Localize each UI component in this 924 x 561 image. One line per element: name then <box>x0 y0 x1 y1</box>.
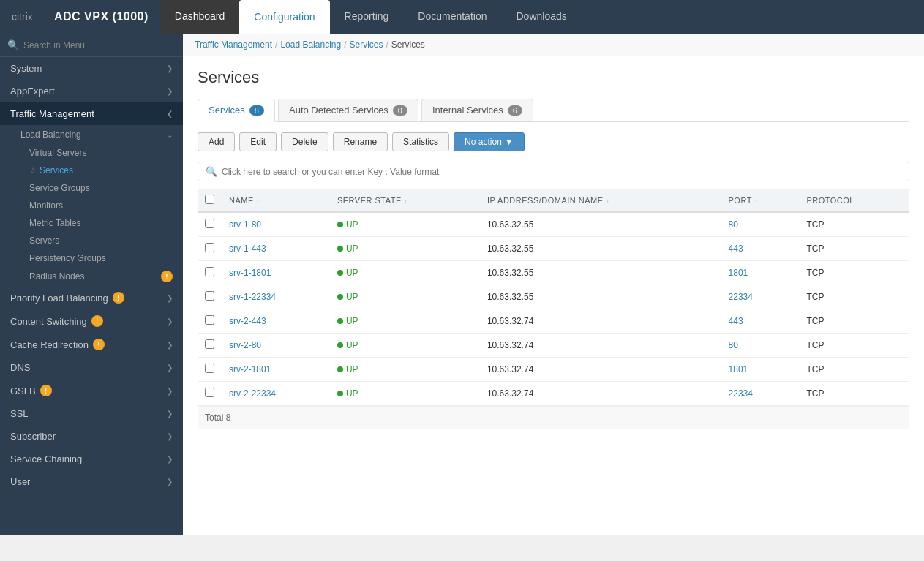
add-button[interactable]: Add <box>198 132 235 151</box>
row-protocol: TCP <box>799 212 909 237</box>
col-ip: IP ADDRESS/DOMAIN NAME ↕ <box>480 189 721 212</box>
sidebar-item-gslb[interactable]: GSLB ! ❯ <box>0 379 183 402</box>
row-port: 22334 <box>721 285 800 309</box>
sidebar-item-label: Radius Nodes <box>29 271 84 282</box>
sidebar-item-load-balancing[interactable]: Load Balancing ⌄ <box>0 125 183 144</box>
sidebar-item-servers[interactable]: Servers <box>0 232 183 249</box>
table-search-input[interactable] <box>222 167 514 177</box>
search-input[interactable] <box>23 40 176 50</box>
sidebar-item-radius-nodes[interactable]: Radius Nodes ! <box>0 267 183 286</box>
breadcrumb: Traffic Management / Load Balancing / Se… <box>183 34 924 56</box>
sort-icon[interactable]: ↕ <box>606 197 609 205</box>
row-port: 1801 <box>721 261 800 285</box>
rename-button[interactable]: Rename <box>333 132 388 151</box>
sidebar-item-subscriber[interactable]: Subscriber ❯ <box>0 425 183 448</box>
chevron-right-icon: ❯ <box>167 364 173 372</box>
sidebar-item-user[interactable]: User ❯ <box>0 470 183 493</box>
sidebar-search-container[interactable]: 🔍 <box>0 34 183 57</box>
services-table: NAME ↕ SERVER STATE ↕ IP ADDRESS/DOMAIN … <box>198 189 909 406</box>
no-action-label: No action <box>465 137 502 147</box>
breadcrumb-services-link[interactable]: Services <box>349 39 383 50</box>
select-all-checkbox[interactable] <box>205 195 214 204</box>
action-bar: Add Edit Delete Rename Statistics No act… <box>198 132 909 151</box>
sidebar-item-monitors[interactable]: Monitors <box>0 197 183 214</box>
sidebar-item-content-switching[interactable]: Content Switching ! ❯ <box>0 309 183 333</box>
tab-downloads[interactable]: Downloads <box>501 0 581 34</box>
tab-documentation[interactable]: Documentation <box>403 0 501 34</box>
sidebar-item-traffic-management[interactable]: Traffic Management ❮ <box>0 102 183 125</box>
row-checkbox-cell[interactable] <box>198 212 222 237</box>
tab-dashboard[interactable]: Dashboard <box>160 0 240 34</box>
breadcrumb-sep: / <box>344 39 346 50</box>
row-checkbox-cell[interactable] <box>198 358 222 382</box>
tab-internal[interactable]: Internal Services 6 <box>421 99 533 121</box>
row-checkbox-cell[interactable] <box>198 382 222 406</box>
sidebar-item-ssl[interactable]: SSL ❯ <box>0 402 183 425</box>
row-checkbox[interactable] <box>205 339 214 349</box>
select-all-header[interactable] <box>198 189 222 212</box>
sidebar-item-label: DNS <box>10 362 30 373</box>
chevron-right-icon: ❯ <box>167 410 173 418</box>
warning-icon: ! <box>91 315 103 327</box>
col-name: NAME ↕ <box>222 189 330 212</box>
citrix-logo: citrix <box>12 9 50 26</box>
edit-button[interactable]: Edit <box>239 132 277 151</box>
breadcrumb-traffic-management[interactable]: Traffic Management <box>195 39 272 50</box>
sort-icon[interactable]: ↕ <box>404 197 407 205</box>
delete-button[interactable]: Delete <box>281 132 328 151</box>
row-port: 80 <box>721 212 800 237</box>
breadcrumb-load-balancing[interactable]: Load Balancing <box>280 39 341 50</box>
statistics-button[interactable]: Statistics <box>392 132 449 151</box>
row-checkbox[interactable] <box>205 364 214 373</box>
sidebar-item-metric-tables[interactable]: Metric Tables <box>0 214 183 232</box>
sidebar: 🔍 System ❯ AppExpert ❯ Traffic Managemen… <box>0 34 183 535</box>
sidebar-item-priority-lb[interactable]: Priority Load Balancing ! ❯ <box>0 286 183 309</box>
row-checkbox-cell[interactable] <box>198 309 222 334</box>
sidebar-item-label: Traffic Management <box>10 108 94 119</box>
sidebar-item-persistency-groups[interactable]: Persistency Groups <box>0 249 183 267</box>
row-name: srv-2-443 <box>222 309 330 334</box>
sidebar-item-virtual-servers[interactable]: Virtual Servers <box>0 144 183 162</box>
sidebar-item-services[interactable]: ☆ Services <box>0 162 183 179</box>
row-protocol: TCP <box>799 358 909 382</box>
sidebar-item-label: User <box>10 476 30 487</box>
row-state: UP <box>330 261 480 285</box>
row-checkbox[interactable] <box>205 219 214 228</box>
row-checkbox-cell[interactable] <box>198 237 222 261</box>
sidebar-item-dns[interactable]: DNS ❯ <box>0 356 183 379</box>
tab-reporting[interactable]: Reporting <box>330 0 404 34</box>
row-ip: 10.63.32.74 <box>480 309 721 334</box>
sidebar-item-label: GSLB <box>10 385 36 396</box>
row-checkbox[interactable] <box>205 315 214 325</box>
sidebar-item-label: Persistency Groups <box>29 253 106 263</box>
sidebar-item-system[interactable]: System ❯ <box>0 57 183 80</box>
row-checkbox[interactable] <box>205 388 214 397</box>
row-checkbox-cell[interactable] <box>198 285 222 309</box>
sidebar-item-label: Content Switching <box>10 316 87 327</box>
tab-services[interactable]: Services 8 <box>198 99 275 122</box>
row-checkbox[interactable] <box>205 243 214 252</box>
col-port: PORT ↕ <box>721 189 800 212</box>
sort-icon[interactable]: ↕ <box>256 197 260 205</box>
search-bar[interactable]: 🔍 <box>198 162 909 181</box>
row-checkbox[interactable] <box>205 291 214 301</box>
row-checkbox[interactable] <box>205 267 214 276</box>
sidebar-item-appexpert[interactable]: AppExpert ❯ <box>0 80 183 102</box>
row-name: srv-2-1801 <box>222 358 330 382</box>
row-checkbox-cell[interactable] <box>198 261 222 285</box>
sort-icon[interactable]: ↕ <box>754 197 758 205</box>
search-icon: 🔍 <box>206 166 217 177</box>
sidebar-item-service-groups[interactable]: Service Groups <box>0 179 183 197</box>
content-area: Traffic Management / Load Balancing / Se… <box>183 34 924 535</box>
row-checkbox-cell[interactable] <box>198 334 222 358</box>
row-state: UP <box>330 285 480 309</box>
chevron-right-icon: ❯ <box>167 87 173 95</box>
table-row: srv-1-1801 UP 10.63.32.55 1801 TCP <box>198 261 909 285</box>
sidebar-item-service-chaining[interactable]: Service Chaining ❯ <box>0 448 183 470</box>
chevron-right-icon: ❯ <box>167 432 173 440</box>
tab-auto-detected[interactable]: Auto Detected Services 0 <box>278 99 418 121</box>
sidebar-item-cache-redirection[interactable]: Cache Redirection ! ❯ <box>0 333 183 356</box>
chevron-down-icon: ❮ <box>167 110 173 118</box>
tab-configuration[interactable]: Configuration <box>239 0 329 34</box>
no-action-button[interactable]: No action ▼ <box>454 132 525 151</box>
